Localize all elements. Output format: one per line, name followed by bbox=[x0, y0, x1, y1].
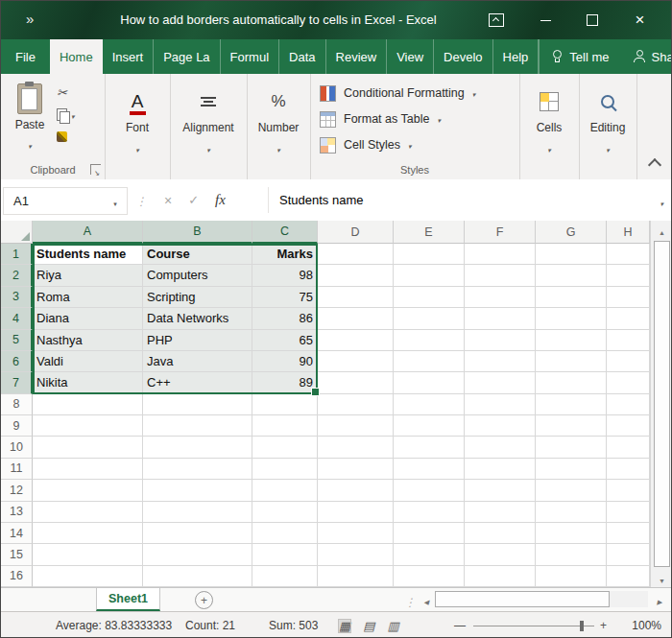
row-header-6[interactable]: 6 bbox=[1, 351, 33, 372]
cell-H3[interactable] bbox=[607, 287, 650, 308]
cell-D3[interactable] bbox=[318, 287, 394, 308]
cell-H15[interactable] bbox=[607, 544, 650, 565]
row-header-1[interactable]: 1 bbox=[1, 244, 33, 265]
row-header-3[interactable]: 3 bbox=[1, 287, 33, 308]
cell-B15[interactable] bbox=[143, 544, 252, 565]
row-header-5[interactable]: 5 bbox=[1, 330, 33, 351]
cell-A3[interactable]: Roma bbox=[33, 287, 143, 308]
cell-A12[interactable] bbox=[33, 480, 143, 501]
row-header-2[interactable]: 2 bbox=[1, 265, 33, 286]
new-sheet-button[interactable]: + bbox=[195, 591, 213, 609]
cell-E7[interactable] bbox=[394, 372, 465, 393]
cell-B2[interactable]: Computers bbox=[143, 265, 252, 286]
tab-insert[interactable]: Insert bbox=[103, 39, 155, 74]
cell-H1[interactable] bbox=[607, 244, 650, 265]
normal-view-button[interactable] bbox=[339, 620, 350, 632]
cell-D8[interactable] bbox=[318, 394, 394, 415]
cell-E5[interactable] bbox=[394, 330, 465, 351]
zoom-in-button[interactable]: + bbox=[600, 612, 607, 638]
cell-F15[interactable] bbox=[465, 544, 536, 565]
cell-B12[interactable] bbox=[143, 480, 252, 501]
cell-F3[interactable] bbox=[465, 287, 536, 308]
cell-C10[interactable] bbox=[252, 437, 318, 458]
cell-F14[interactable] bbox=[465, 523, 536, 544]
cell-A14[interactable] bbox=[33, 523, 143, 544]
quick-access-toolbar-chevron[interactable]: » bbox=[26, 11, 34, 27]
expand-formula-bar-icon[interactable] bbox=[660, 193, 663, 210]
cell-E12[interactable] bbox=[394, 480, 465, 501]
share-button[interactable]: Share bbox=[622, 39, 672, 74]
insert-function-button[interactable]: fx bbox=[215, 192, 226, 208]
row-header-11[interactable]: 11 bbox=[1, 459, 33, 480]
conditional-formatting-button[interactable]: Conditional Formatting bbox=[320, 81, 475, 106]
cell-C4[interactable]: 86 bbox=[252, 308, 318, 329]
cell-B5[interactable]: PHP bbox=[143, 330, 252, 351]
tab-help[interactable]: Help bbox=[493, 39, 540, 74]
tab-home[interactable]: Home bbox=[50, 39, 103, 74]
collapse-ribbon-chevron-icon[interactable] bbox=[648, 158, 661, 172]
cell-styles-button[interactable]: Cell Styles bbox=[320, 132, 412, 157]
cell-G11[interactable] bbox=[536, 459, 607, 480]
maximize-button[interactable] bbox=[570, 1, 613, 39]
cell-H14[interactable] bbox=[607, 523, 650, 544]
cell-E10[interactable] bbox=[394, 437, 465, 458]
cell-F4[interactable] bbox=[465, 308, 536, 329]
col-header-G[interactable]: G bbox=[536, 221, 607, 244]
cell-E3[interactable] bbox=[394, 287, 465, 308]
cell-C2[interactable]: 98 bbox=[252, 265, 318, 286]
cell-B16[interactable] bbox=[143, 566, 252, 587]
cell-H11[interactable] bbox=[607, 459, 650, 480]
page-break-preview-button[interactable] bbox=[388, 620, 399, 632]
cell-H8[interactable] bbox=[607, 394, 650, 415]
col-header-F[interactable]: F bbox=[465, 221, 536, 244]
cell-H9[interactable] bbox=[607, 415, 650, 437]
cell-G2[interactable] bbox=[536, 265, 607, 286]
cell-F16[interactable] bbox=[465, 566, 536, 587]
cell-F12[interactable] bbox=[465, 480, 536, 501]
cell-D10[interactable] bbox=[318, 437, 394, 458]
cell-B6[interactable]: Java bbox=[143, 351, 252, 372]
cell-F13[interactable] bbox=[465, 502, 536, 523]
cell-D4[interactable] bbox=[318, 308, 394, 329]
cell-D16[interactable] bbox=[318, 566, 394, 587]
cell-H12[interactable] bbox=[607, 480, 650, 501]
cell-B13[interactable] bbox=[143, 502, 252, 523]
sheet-tab-sheet1[interactable]: Sheet1 bbox=[96, 588, 160, 611]
cell-G13[interactable] bbox=[536, 502, 607, 523]
cell-G15[interactable] bbox=[536, 544, 607, 565]
tab-developer[interactable]: Develo bbox=[434, 39, 492, 74]
cell-G8[interactable] bbox=[536, 394, 607, 415]
cell-F2[interactable] bbox=[465, 265, 536, 286]
cell-C7[interactable]: 89 bbox=[252, 372, 318, 393]
format-painter-button[interactable] bbox=[57, 130, 75, 143]
cell-D5[interactable] bbox=[318, 330, 394, 351]
cell-B4[interactable]: Data Networks bbox=[143, 308, 252, 329]
row-header-8[interactable]: 8 bbox=[1, 394, 33, 415]
cell-G12[interactable] bbox=[536, 480, 607, 501]
cell-F1[interactable] bbox=[465, 244, 536, 265]
cell-C3[interactable]: 75 bbox=[252, 287, 318, 308]
row-header-9[interactable]: 9 bbox=[1, 415, 33, 437]
tell-me-box[interactable]: Tell me bbox=[539, 39, 621, 74]
tab-file[interactable]: File bbox=[1, 39, 50, 74]
cell-C1[interactable]: Marks bbox=[252, 244, 318, 265]
cell-A8[interactable] bbox=[33, 394, 143, 415]
cell-G3[interactable] bbox=[536, 287, 607, 308]
row-header-14[interactable]: 14 bbox=[1, 523, 33, 544]
enter-button[interactable]: ✓ bbox=[188, 193, 199, 207]
cell-G14[interactable] bbox=[536, 523, 607, 544]
cell-C11[interactable] bbox=[252, 459, 318, 480]
cell-B11[interactable] bbox=[143, 459, 252, 480]
col-header-E[interactable]: E bbox=[394, 221, 465, 244]
col-header-A[interactable]: A bbox=[33, 221, 143, 244]
cell-D15[interactable] bbox=[318, 544, 394, 565]
cell-H5[interactable] bbox=[607, 330, 650, 351]
cell-G5[interactable] bbox=[536, 330, 607, 351]
row-header-10[interactable]: 10 bbox=[1, 437, 33, 458]
cell-E1[interactable] bbox=[394, 244, 465, 265]
cell-H13[interactable] bbox=[607, 502, 650, 523]
scroll-up-button[interactable] bbox=[651, 221, 672, 239]
cell-A2[interactable]: Riya bbox=[33, 265, 143, 286]
cell-H4[interactable] bbox=[607, 308, 650, 329]
alignment-group[interactable]: Alignment bbox=[170, 74, 248, 179]
